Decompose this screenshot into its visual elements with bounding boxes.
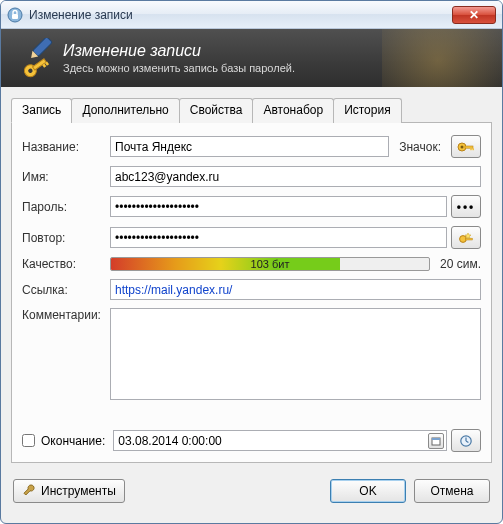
app-lock-icon [7,7,23,23]
svg-rect-15 [465,238,472,240]
wrench-icon [22,484,36,498]
generate-password-button[interactable] [451,226,481,249]
label-username: Имя: [22,170,110,184]
tab-advanced[interactable]: Дополнительно [71,98,179,123]
label-repeat: Повтор: [22,231,110,245]
header-title: Изменение записи [63,42,295,60]
tab-entry[interactable]: Запись [11,98,72,123]
close-icon: ✕ [469,8,479,22]
label-url: Ссылка: [22,283,110,297]
svg-rect-13 [472,148,474,150]
expiry-dropdown-button[interactable] [428,433,444,449]
header-band: Изменение записи Здесь можно изменить за… [1,29,502,87]
svg-rect-12 [470,148,472,150]
label-comments: Комментарии: [22,308,110,322]
header-subtitle: Здесь можно изменить запись базы паролей… [63,62,295,74]
tools-button[interactable]: Инструменты [13,479,125,503]
name-field[interactable] [110,136,389,157]
quality-bar: 103 бит [110,257,430,271]
svg-rect-7 [33,38,53,56]
dots-icon: ••• [457,200,476,214]
url-field[interactable] [110,279,481,300]
titlebar: Изменение записи ✕ [1,1,502,29]
label-expires: Окончание: [41,434,105,448]
dialog-window: Изменение записи ✕ Изменение записи [0,0,503,524]
entry-panel: Название: Значок: Имя: Пароль: ••• [11,123,492,463]
clock-icon [458,434,474,448]
comments-field[interactable] [110,308,481,400]
close-button[interactable]: ✕ [452,6,496,24]
window-title: Изменение записи [29,8,452,22]
toggle-password-button[interactable]: ••• [451,195,481,218]
icon-picker-button[interactable] [451,135,481,158]
tab-autotype[interactable]: Автонабор [252,98,334,123]
tab-history[interactable]: История [333,98,402,123]
key-icon [457,140,475,154]
quality-char-count: 20 сим. [440,257,481,271]
tabs: Запись Дополнительно Свойства Автонабор … [11,97,492,123]
quality-bits: 103 бит [251,258,290,270]
calendar-icon [431,436,441,446]
key-pencil-icon [13,38,53,78]
svg-point-10 [461,145,464,148]
expiry-value: 03.08.2014 0:00:00 [118,434,428,448]
label-password: Пароль: [22,200,110,214]
svg-rect-1 [12,14,18,19]
expiry-checkbox[interactable] [22,434,35,447]
header-texts: Изменение записи Здесь можно изменить за… [63,42,295,74]
expiry-datetime-field[interactable]: 03.08.2014 0:00:00 [113,430,447,451]
svg-rect-11 [465,146,473,148]
keygen-icon [458,231,474,245]
expiry-preset-button[interactable] [451,429,481,452]
svg-rect-17 [432,438,440,440]
username-field[interactable] [110,166,481,187]
cancel-button[interactable]: Отмена [414,479,490,503]
repeat-password-field[interactable] [110,227,447,248]
label-quality: Качество: [22,257,110,271]
quality-fill [111,258,340,270]
tab-properties[interactable]: Свойства [179,98,254,123]
label-icon: Значок: [399,140,441,154]
password-field[interactable] [110,196,447,217]
dialog-footer: Инструменты OK Отмена [1,471,502,515]
tools-label: Инструменты [41,484,116,498]
ok-button[interactable]: OK [330,479,406,503]
label-name: Название: [22,140,110,154]
